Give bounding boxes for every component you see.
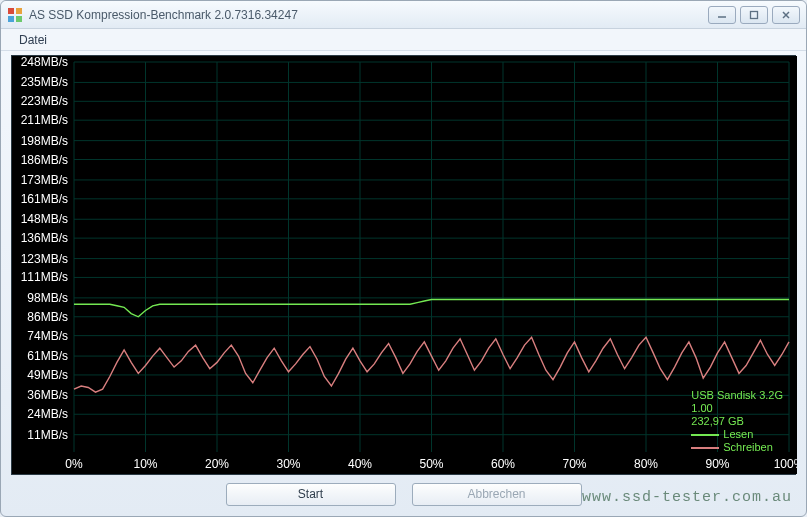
svg-rect-1 xyxy=(16,8,22,14)
cancel-button: Abbrechen xyxy=(412,483,582,506)
svg-text:223MB/s: 223MB/s xyxy=(21,94,68,108)
menubar: Datei xyxy=(1,29,806,51)
svg-text:198MB/s: 198MB/s xyxy=(21,134,68,148)
svg-text:86MB/s: 86MB/s xyxy=(27,310,68,324)
svg-text:60%: 60% xyxy=(491,457,515,471)
minimize-button[interactable] xyxy=(708,6,736,24)
svg-rect-3 xyxy=(16,16,22,22)
svg-text:50%: 50% xyxy=(419,457,443,471)
close-button[interactable] xyxy=(772,6,800,24)
svg-text:235MB/s: 235MB/s xyxy=(21,75,68,89)
chart-area: 248MB/s235MB/s223MB/s211MB/s198MB/s186MB… xyxy=(11,55,796,475)
svg-text:49MB/s: 49MB/s xyxy=(27,368,68,382)
app-window: AS SSD Kompression-Benchmark 2.0.7316.34… xyxy=(0,0,807,517)
svg-text:24MB/s: 24MB/s xyxy=(27,407,68,421)
svg-text:211MB/s: 211MB/s xyxy=(21,113,68,127)
svg-text:123MB/s: 123MB/s xyxy=(21,252,68,266)
svg-text:36MB/s: 36MB/s xyxy=(27,388,68,402)
svg-text:186MB/s: 186MB/s xyxy=(21,153,68,167)
window-title: AS SSD Kompression-Benchmark 2.0.7316.34… xyxy=(29,8,708,22)
svg-text:90%: 90% xyxy=(705,457,729,471)
svg-rect-0 xyxy=(8,8,14,14)
svg-text:98MB/s: 98MB/s xyxy=(27,291,68,305)
app-icon xyxy=(7,7,23,23)
svg-text:111MB/s: 111MB/s xyxy=(21,270,68,284)
svg-text:10%: 10% xyxy=(133,457,157,471)
titlebar: AS SSD Kompression-Benchmark 2.0.7316.34… xyxy=(1,1,806,29)
svg-text:173MB/s: 173MB/s xyxy=(21,173,68,187)
svg-rect-8 xyxy=(12,56,797,474)
svg-text:61MB/s: 61MB/s xyxy=(27,349,68,363)
start-button[interactable]: Start xyxy=(226,483,396,506)
svg-text:11MB/s: 11MB/s xyxy=(27,428,68,442)
window-controls xyxy=(708,6,800,24)
maximize-button[interactable] xyxy=(740,6,768,24)
svg-text:20%: 20% xyxy=(205,457,229,471)
svg-text:0%: 0% xyxy=(65,457,83,471)
compression-chart: 248MB/s235MB/s223MB/s211MB/s198MB/s186MB… xyxy=(12,56,797,474)
svg-text:80%: 80% xyxy=(634,457,658,471)
svg-text:136MB/s: 136MB/s xyxy=(21,231,68,245)
svg-text:248MB/s: 248MB/s xyxy=(21,56,68,69)
svg-rect-5 xyxy=(751,11,758,18)
svg-rect-2 xyxy=(8,16,14,22)
svg-text:148MB/s: 148MB/s xyxy=(21,212,68,226)
svg-text:74MB/s: 74MB/s xyxy=(27,329,68,343)
bottom-bar: Start Abbrechen xyxy=(1,480,806,508)
svg-text:100%: 100% xyxy=(774,457,797,471)
menu-datei[interactable]: Datei xyxy=(11,31,55,49)
svg-text:70%: 70% xyxy=(562,457,586,471)
svg-text:40%: 40% xyxy=(348,457,372,471)
svg-text:30%: 30% xyxy=(276,457,300,471)
svg-text:161MB/s: 161MB/s xyxy=(21,192,68,206)
